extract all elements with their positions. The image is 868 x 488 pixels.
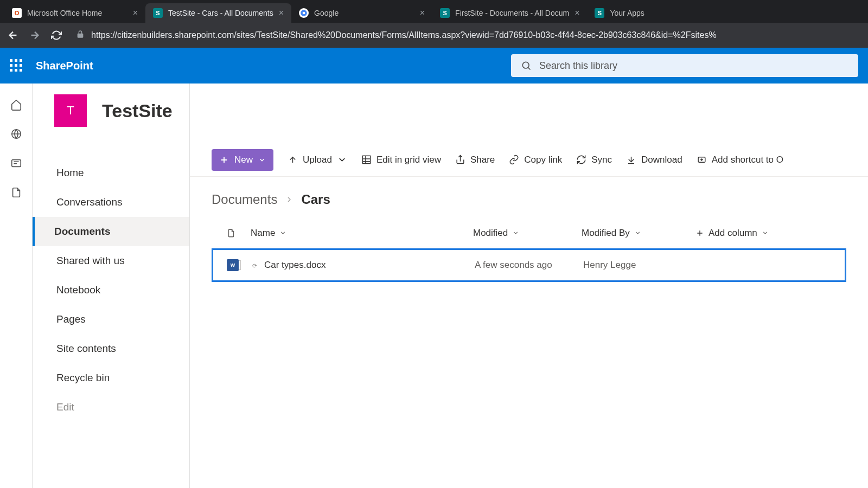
search-icon xyxy=(521,60,532,71)
google-icon xyxy=(299,8,309,18)
browser-tab[interactable]: S Your Apps xyxy=(587,3,695,23)
reload-button[interactable] xyxy=(50,29,63,42)
suite-bar: SharePoint Search this library xyxy=(0,48,868,84)
row-icon-cell: W xyxy=(213,259,252,271)
news-icon[interactable] xyxy=(10,157,22,169)
browser-tab[interactable]: S FirstSite - Documents - All Docum × xyxy=(432,3,587,23)
tab-label: TestSite - Cars - All Documents xyxy=(168,9,273,17)
search-input[interactable]: Search this library xyxy=(511,54,858,77)
file-icon xyxy=(226,227,236,239)
browser-tab[interactable]: S TestSite - Cars - All Documents × xyxy=(145,3,291,23)
app-rail xyxy=(0,84,33,488)
add-column-button[interactable]: Add column xyxy=(695,228,769,239)
tab-label: FirstSite - Documents - All Docum xyxy=(455,9,569,17)
download-icon xyxy=(626,155,636,165)
nav-item-pages[interactable]: Pages xyxy=(33,305,189,334)
nav-edit-link[interactable]: Edit xyxy=(33,393,189,422)
download-label: Download xyxy=(641,155,682,165)
loading-icon: ⟳ xyxy=(252,262,258,268)
globe-icon[interactable] xyxy=(10,128,22,140)
upload-button[interactable]: Upload xyxy=(288,155,347,165)
column-modified-by[interactable]: Modified By xyxy=(582,228,695,239)
search-placeholder: Search this library xyxy=(539,60,617,72)
sharepoint-icon: S xyxy=(440,8,450,18)
site-title: TestSite xyxy=(102,100,173,121)
svg-rect-5 xyxy=(362,156,370,163)
nav-item-shared[interactable]: Shared with us xyxy=(33,246,189,275)
chevron-down-icon xyxy=(762,229,769,236)
app-launcher-icon[interactable] xyxy=(10,59,23,72)
svg-point-2 xyxy=(522,62,529,68)
row-name-cell[interactable]: ⟳ Car types.docx xyxy=(252,260,475,271)
copy-link-button[interactable]: Copy link xyxy=(509,155,562,165)
sharepoint-icon: S xyxy=(153,8,163,18)
new-label: New xyxy=(234,155,253,165)
table-header: Name Modified Modified By Add column xyxy=(212,219,846,247)
svg-point-1 xyxy=(303,12,305,15)
add-shortcut-button[interactable]: Add shortcut to O xyxy=(697,155,783,165)
upload-icon xyxy=(288,155,298,165)
nav-item-conversations[interactable]: Conversations xyxy=(33,188,189,217)
close-icon[interactable]: × xyxy=(133,8,138,18)
tab-label: Google xyxy=(314,9,339,17)
sync-button[interactable]: Sync xyxy=(576,155,612,165)
home-icon[interactable] xyxy=(10,99,22,111)
shortcut-label: Add shortcut to O xyxy=(712,155,783,165)
nav-item-site-contents[interactable]: Site contents xyxy=(33,334,189,363)
url-field[interactable]: https://citizenbuilders.sharepoint.com/s… xyxy=(72,30,861,41)
row-modified-cell: A few seconds ago xyxy=(475,260,583,271)
svg-rect-4 xyxy=(11,160,21,167)
breadcrumb-root[interactable]: Documents xyxy=(212,192,277,207)
table-row[interactable]: W ⟳ Car types.docx A few seconds ago Hen… xyxy=(212,248,846,282)
browser-tab-strip: O Microsoft Office Home × S TestSite - C… xyxy=(0,0,868,23)
tab-label: Your Apps xyxy=(610,9,644,17)
nav-list: Home Conversations Documents Shared with… xyxy=(33,145,189,422)
url-text: https://citizenbuilders.sharepoint.com/s… xyxy=(91,30,717,40)
chevron-down-icon xyxy=(279,229,286,236)
chevron-down-icon xyxy=(337,155,347,165)
share-icon xyxy=(455,155,465,165)
upload-label: Upload xyxy=(303,155,332,165)
chevron-down-icon xyxy=(512,229,519,236)
grid-icon xyxy=(361,155,372,165)
sharepoint-icon: S xyxy=(595,8,604,18)
word-doc-icon: W xyxy=(227,259,239,271)
lock-icon xyxy=(76,30,85,41)
nav-item-notebook[interactable]: Notebook xyxy=(33,275,189,305)
sync-label: Sync xyxy=(591,155,612,165)
shortcut-icon xyxy=(697,155,707,165)
close-icon[interactable]: × xyxy=(420,8,425,18)
nav-item-recycle-bin[interactable]: Recycle bin xyxy=(33,363,189,393)
close-icon[interactable]: × xyxy=(575,8,579,18)
breadcrumb-current: Cars xyxy=(301,192,330,207)
command-bar: New Upload Edit in grid view Share Copy … xyxy=(190,143,868,177)
share-button[interactable]: Share xyxy=(455,155,495,165)
site-header: T TestSite xyxy=(54,94,173,127)
left-nav: Home Conversations Documents Shared with… xyxy=(33,84,190,488)
close-icon[interactable]: × xyxy=(279,8,284,18)
browser-tab[interactable]: Google × xyxy=(291,3,432,23)
browser-address-bar: https://citizenbuilders.sharepoint.com/s… xyxy=(0,23,868,48)
edit-grid-button[interactable]: Edit in grid view xyxy=(361,155,441,165)
download-button[interactable]: Download xyxy=(626,155,682,165)
brand-label[interactable]: SharePoint xyxy=(36,60,93,72)
chevron-right-icon xyxy=(285,192,293,207)
tab-label: Microsoft Office Home xyxy=(27,9,102,17)
chevron-down-icon xyxy=(634,229,641,236)
share-label: Share xyxy=(470,155,495,165)
forward-button[interactable] xyxy=(28,29,41,42)
column-name[interactable]: Name xyxy=(251,228,473,239)
office-icon: O xyxy=(12,8,22,18)
content-area: New Upload Edit in grid view Share Copy … xyxy=(190,84,868,488)
file-icon[interactable] xyxy=(10,187,22,198)
column-modified[interactable]: Modified xyxy=(473,228,582,239)
new-button[interactable]: New xyxy=(212,149,273,171)
browser-tab[interactable]: O Microsoft Office Home × xyxy=(4,3,145,23)
column-file-type[interactable] xyxy=(212,227,251,239)
nav-item-documents[interactable]: Documents xyxy=(33,217,189,246)
sync-icon xyxy=(576,155,586,165)
edit-grid-label: Edit in grid view xyxy=(376,155,441,165)
nav-item-home[interactable]: Home xyxy=(33,158,189,188)
back-button[interactable] xyxy=(7,29,20,42)
site-logo[interactable]: T xyxy=(54,94,87,127)
